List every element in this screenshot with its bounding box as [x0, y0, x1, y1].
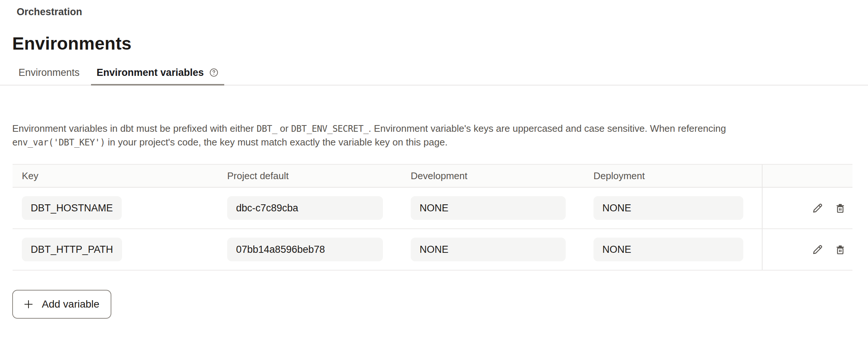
column-header-actions — [762, 165, 852, 187]
description-line-2: env_var('DBT_KEY') in your project's cod… — [12, 135, 856, 149]
breadcrumb: Orchestration — [17, 0, 868, 19]
column-header-project-default: Project default — [218, 165, 401, 187]
table-row: DBT_HTTP_PATH 07bb14a8596beb78 NONE NONE — [13, 229, 852, 271]
cell-deployment: NONE — [584, 229, 762, 270]
cell-key: DBT_HOSTNAME — [13, 188, 218, 228]
pencil-icon — [811, 243, 824, 256]
table-header-row: Key Project default Development Deployme… — [13, 165, 852, 188]
cell-actions — [762, 188, 852, 228]
cell-project-default: 07bb14a8596beb78 — [218, 229, 401, 270]
trash-icon — [834, 243, 847, 256]
pencil-icon — [811, 202, 824, 214]
inline-code: env_var('DBT_KEY') — [12, 137, 105, 148]
tab-environments-label: Environments — [18, 66, 80, 79]
add-variable-label: Add variable — [42, 298, 100, 310]
trash-icon — [834, 202, 847, 214]
column-header-development: Development — [401, 165, 584, 187]
project-default-value-pill: dbc-c7c89cba — [227, 196, 383, 220]
help-circle-icon[interactable] — [209, 68, 219, 77]
cell-deployment: NONE — [584, 188, 762, 228]
development-value-pill: NONE — [411, 238, 566, 261]
tab-environment-variables[interactable]: Environment variables — [91, 66, 224, 86]
key-value-pill: DBT_HOSTNAME — [22, 196, 122, 220]
key-value-pill: DBT_HTTP_PATH — [22, 238, 122, 261]
cell-development: NONE — [401, 188, 584, 228]
add-variable-button[interactable]: Add variable — [12, 290, 111, 319]
edit-variable-button[interactable] — [811, 243, 824, 256]
plus-icon — [23, 298, 34, 310]
inline-code: DBT_ENV_SECRET_ — [291, 124, 369, 134]
table-row: DBT_HOSTNAME dbc-c7c89cba NONE NONE — [13, 188, 852, 229]
project-default-value-pill: 07bb14a8596beb78 — [227, 238, 383, 261]
edit-variable-button[interactable] — [811, 202, 824, 214]
tab-environment-variables-label: Environment variables — [97, 66, 204, 79]
description-text: or — [277, 123, 291, 134]
delete-variable-button[interactable] — [834, 202, 847, 214]
env-variables-table: Key Project default Development Deployme… — [13, 164, 852, 271]
environments-page: Orchestration Environments Environments … — [0, 0, 868, 342]
cell-development: NONE — [401, 229, 584, 270]
tab-environments[interactable]: Environments — [13, 66, 85, 86]
page-description: Environment variables in dbt must be pre… — [12, 122, 856, 149]
cell-actions — [762, 229, 852, 270]
deployment-value-pill: NONE — [593, 196, 743, 220]
column-header-key: Key — [13, 165, 218, 187]
delete-variable-button[interactable] — [834, 243, 847, 256]
deployment-value-pill: NONE — [593, 238, 743, 261]
page-title: Environments — [12, 33, 868, 54]
cell-key: DBT_HTTP_PATH — [13, 229, 218, 270]
description-text: Environment variables in dbt must be pre… — [12, 123, 256, 134]
development-value-pill: NONE — [411, 196, 566, 220]
description-line-1: Environment variables in dbt must be pre… — [12, 122, 856, 135]
description-text: . Environment variable's keys are upperc… — [369, 123, 726, 134]
inline-code: DBT_ — [256, 124, 277, 134]
cell-project-default: dbc-c7c89cba — [218, 188, 401, 228]
tab-bar: Environments Environment variables — [0, 66, 868, 86]
column-header-deployment: Deployment — [584, 165, 762, 187]
description-text: in your project's code, the key must mat… — [105, 137, 448, 148]
